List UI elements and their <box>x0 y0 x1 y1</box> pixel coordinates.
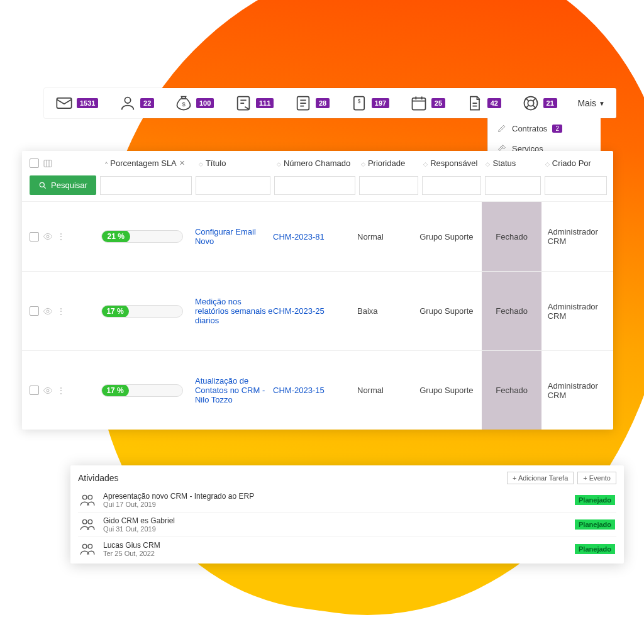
activities-title: Atividades <box>78 473 119 483</box>
col-head-crea[interactable]: Criado Por <box>541 156 607 170</box>
counter-badge: 28 <box>316 98 330 108</box>
cell-title[interactable]: Atualização de Contatos no CRM - Nilo To… <box>195 376 273 404</box>
cell-number[interactable]: CHM-2023-81 <box>273 232 357 242</box>
dropdown-item-contratos[interactable]: Contratos 2 <box>488 118 601 138</box>
sla-value: 17 % <box>101 384 129 397</box>
document-icon <box>466 94 484 112</box>
activity-row[interactable]: Apresentação novo CRM - Integrado ao ERP… <box>78 488 616 512</box>
counter-invoice[interactable]: 111 <box>235 94 274 112</box>
cell-responsible: Grupo Suporte <box>419 232 482 242</box>
diamond-icon <box>423 158 428 168</box>
counter-badge: 111 <box>256 98 274 108</box>
counter-note[interactable]: 28 <box>294 94 330 112</box>
eye-icon[interactable] <box>43 386 53 396</box>
filter-input-title[interactable] <box>196 176 270 195</box>
activity-title: Apresentação novo CRM - Integrado ao ERP <box>103 492 567 501</box>
select-all-checkbox[interactable] <box>30 158 39 168</box>
col-head-title[interactable]: Título <box>195 156 273 170</box>
filter-input-num[interactable] <box>274 176 355 195</box>
ticket-rows: ⋮ 21 % Configurar Email Novo CHM-2023-81… <box>22 201 613 430</box>
eye-icon[interactable] <box>43 306 53 316</box>
activity-status: Planejado <box>575 519 615 530</box>
row-checkbox[interactable] <box>30 386 39 395</box>
search-button[interactable]: Pesquisar <box>30 175 96 195</box>
add-event-button[interactable]: + Evento <box>577 472 616 484</box>
counter-badge: 42 <box>487 98 501 108</box>
col-head-prio[interactable]: Prioridade <box>357 156 419 170</box>
lifebuoy-icon <box>522 94 540 112</box>
svg-point-14 <box>47 310 49 313</box>
counter-receipt[interactable]: $ 197 <box>350 94 389 112</box>
eye-icon[interactable] <box>43 231 53 242</box>
columns-icon[interactable] <box>43 158 53 169</box>
activity-date: Ter 25 Out, 2022 <box>103 550 567 557</box>
cell-priority: Baixa <box>357 306 419 316</box>
kebab-icon[interactable]: ⋮ <box>57 231 65 242</box>
col-head-sla[interactable]: Porcentagem SLA ✕ <box>101 156 195 170</box>
svg-text:$: $ <box>182 101 186 108</box>
top-panel: 1531 22 $ 100 111 28 $ 197 25 42 <box>44 88 616 118</box>
counter-doc[interactable]: 42 <box>466 94 501 112</box>
sla-progress: 21 % <box>101 230 183 243</box>
counters-bar: 1531 22 $ 100 111 28 $ 197 25 42 <box>44 88 616 118</box>
activity-status: Planejado <box>575 495 615 505</box>
cell-status: Fechado <box>482 272 541 350</box>
diamond-icon <box>361 158 365 168</box>
cell-number[interactable]: CHM-2023-15 <box>273 386 357 395</box>
filter-input-prio[interactable] <box>359 176 418 195</box>
sort-asc-icon <box>105 158 108 168</box>
counter-badge: 1531 <box>77 98 98 108</box>
cell-number[interactable]: CHM-2023-25 <box>273 306 357 316</box>
mail-icon <box>55 94 73 112</box>
table-row: ⋮ 17 % Medição nos relatórios semanais e… <box>22 271 613 350</box>
filter-input-sla[interactable] <box>100 176 192 195</box>
cell-creator: Administrador CRM <box>541 227 607 246</box>
more-label: Mais <box>577 98 596 108</box>
col-head-resp[interactable]: Responsável <box>419 156 482 170</box>
kebab-icon[interactable]: ⋮ <box>57 306 65 316</box>
counter-badge: 100 <box>196 98 214 108</box>
counter-lifebuoy[interactable]: 21 <box>522 94 557 112</box>
svg-point-12 <box>40 182 44 187</box>
activity-date: Qui 17 Out, 2019 <box>103 501 567 508</box>
more-dropdown-trigger[interactable]: Mais ▼ <box>577 98 604 108</box>
filter-input-crea[interactable] <box>545 176 607 195</box>
activity-row[interactable]: Gido CRM es Gabriel Qui 31 Out, 2019 Pla… <box>78 512 616 536</box>
filter-input-resp[interactable] <box>422 176 481 195</box>
col-head-stat[interactable]: Status <box>482 156 541 170</box>
activity-row[interactable]: Lucas Gius CRM Ter 25 Out, 2022 Planejad… <box>78 536 616 561</box>
add-task-button[interactable]: + Adicionar Tarefa <box>507 472 574 484</box>
chevron-down-icon: ▼ <box>599 100 605 107</box>
cell-priority: Normal <box>357 232 419 242</box>
col-label: Porcentagem SLA <box>110 158 177 168</box>
counter-badge: 22 <box>140 98 154 108</box>
filter-input-stat[interactable] <box>485 176 541 195</box>
table-row: ⋮ 21 % Configurar Email Novo CHM-2023-81… <box>22 201 613 271</box>
counter-money[interactable]: $ 100 <box>175 94 214 112</box>
table-row: ⋮ 17 % Atualização de Contatos no CRM - … <box>22 350 613 430</box>
row-checkbox[interactable] <box>30 306 39 316</box>
activity-title: Gido CRM es Gabriel <box>103 516 567 525</box>
filter-row: Pesquisar <box>22 173 613 201</box>
cell-status: Fechado <box>482 202 541 271</box>
svg-point-16 <box>82 495 87 499</box>
diamond-icon <box>545 158 550 168</box>
sla-value: 21 % <box>101 230 130 243</box>
cell-title[interactable]: Configurar Email Novo <box>195 227 273 246</box>
col-label: Criado Por <box>552 158 591 168</box>
cell-status: Fechado <box>482 351 541 430</box>
counter-person[interactable]: 22 <box>119 94 154 112</box>
col-label: Título <box>206 158 226 168</box>
counter-badge: 197 <box>372 98 389 108</box>
col-head-num[interactable]: Número Chamado <box>273 156 357 170</box>
cell-title[interactable]: Medição nos relatórios semanais e diario… <box>195 297 273 325</box>
close-icon[interactable]: ✕ <box>179 159 185 167</box>
kebab-icon[interactable]: ⋮ <box>57 386 65 396</box>
counter-calendar[interactable]: 25 <box>410 94 445 112</box>
counter-mail[interactable]: 1531 <box>55 94 98 112</box>
column-headers: Porcentagem SLA ✕ Título Número Chamado … <box>22 151 613 173</box>
search-icon <box>38 181 47 190</box>
row-checkbox[interactable] <box>30 232 39 242</box>
people-icon <box>79 541 96 557</box>
svg-point-13 <box>47 235 49 238</box>
